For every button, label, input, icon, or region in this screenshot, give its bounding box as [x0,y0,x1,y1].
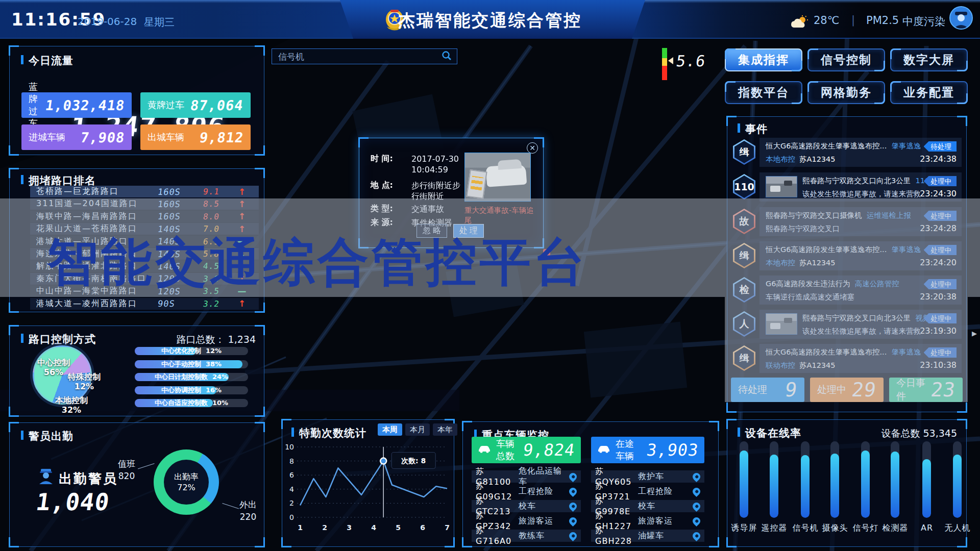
out-note-line [220,503,239,514]
nav-button-4[interactable]: 网格勤务 [807,81,885,104]
summary-value: 9 [783,379,799,401]
device-bar-fill [801,455,810,518]
location-pin-icon[interactable] [691,471,702,482]
event-link[interactable]: 运维巡检上报 [867,211,911,219]
congestion-row[interactable]: 中山中路—海棠中路路口 120S 3.5 — [30,285,259,297]
intersection-name: 海连东路—郁洲南路路口 [30,248,158,259]
tab-本月[interactable]: 本月 [405,423,430,436]
device-bar-track [891,441,899,518]
temperature: 28℃ [814,14,839,27]
gauge-pointer-icon [668,57,673,64]
location-pin-icon[interactable] [691,500,702,511]
pm-level[interactable]: 中度污染 [902,14,945,29]
event-time: 23:24:30 [920,189,957,198]
location-pin-icon[interactable] [568,530,578,541]
flow-card[interactable]: 进城车辆 7,908 [21,124,132,150]
event-thumbnail[interactable] [766,313,797,335]
summary-label: 待处理 [738,383,767,396]
vehicle-type: 危化品运输车 [519,466,569,487]
event-time: 23:20:38 [920,292,957,302]
vehicle-row[interactable]: 苏GBH228 油罐车 [591,530,704,542]
search-input[interactable] [272,52,442,62]
event-badge-人: 人 [733,311,755,337]
summary-label: 今日事件 [896,377,931,403]
special-duty-line-chart: 02468101234567次数: 8 [282,440,450,536]
close-icon[interactable]: ✕ [527,142,538,154]
panel-congestion-rank: 拥堵路口排名 苍梧路—巨龙路路口 160S 9.1 ↑ 311国道—204国道路… [9,168,264,312]
event-badge-110: 110 [733,174,755,199]
tab-本年[interactable]: 本年 [433,423,457,436]
congestion-row[interactable]: 解放中路—通灌北路路口 140S 4.5 — [30,260,259,272]
device-label: 摄像头 [819,523,851,534]
event-row[interactable]: 熙春路与宁双路交叉口向北3公里 视频巡检 该处发生轻微追尾事故，请速来营救 处理… [760,310,962,339]
intersection-name: 港城大道—凌州西路路口 [30,298,158,309]
event-link[interactable]: 肇事逃逸 [892,348,921,356]
flow-card-value: 87,064 [189,97,244,113]
event-link[interactable]: 高速公路管控 [855,280,899,288]
nav-button-3[interactable]: 指数平台 [725,81,802,104]
nav-button-2[interactable]: 数字大屏 [890,48,968,71]
location-pin-icon[interactable] [568,471,578,482]
event-row[interactable]: G6高速路段发生违法行为 高速公路管控 车辆逆行造成高速交通堵塞 处理中 23:… [760,276,962,305]
event-badge-缉: 缉 [733,345,755,371]
event-summary-card: 待处理 9 [731,378,804,402]
congestion-row[interactable]: 港城大道—平山路路口 140S 6.9 — [30,236,259,247]
vehicle-type: 油罐车 [638,531,693,541]
control-bar-label: 中心日计划控制数 24% [135,372,248,382]
congestion-row[interactable]: 苍梧路—巨龙路路口 160S 9.1 ↑ [30,186,259,197]
location-pin-icon[interactable] [691,515,702,526]
scroll-right-arrow[interactable]: ▶ [972,330,977,337]
intersection-name: 花果山大道—苍梧路路口 [30,223,158,234]
handle-button[interactable]: 处理 [453,224,484,238]
congestion-row[interactable]: 311国道—204国道路口 160S 8.5 ↑ [30,198,259,210]
rate-label: 出勤率 [174,472,199,483]
event-row[interactable]: 恒大G6高速路段发生肇事逃逸布控... 肇事逃逸 本地布控苏A12345 待处理… [760,138,962,167]
incident-map-marker[interactable] [543,249,550,256]
vehicle-card-label: 车辆总数 [496,438,518,462]
nav-button-1[interactable]: 信号控制 [807,48,885,71]
intersection-name: 苍梧路—巨龙路路口 [30,186,158,197]
event-link[interactable]: 肇事逃逸 [892,245,921,254]
vehicle-row[interactable]: 苏G716A0 教练车 [472,530,581,542]
popup-place-value: 步行街附近步行街附近 [411,180,467,202]
location-pin-icon[interactable] [691,486,702,496]
summary-label: 处理中 [817,383,846,396]
device-bar-fill [830,454,839,518]
control-bar: 中心优化控制 12% [135,347,248,355]
location-pin-icon[interactable] [568,486,578,496]
flow-card[interactable]: 出城车辆 9,812 [140,124,251,150]
congestion-row[interactable]: 秦东门大街—南极南路路口 120S 3.8 ↑ [30,273,259,285]
vehicle-summary-card: 车辆总数 9,824 [472,437,581,463]
device-bar-track [922,441,931,518]
ignore-button[interactable]: 忽略 [416,224,447,238]
congestion-index: 7.0 [193,224,230,234]
device-bar-fill [770,455,778,518]
congestion-row[interactable]: 花果山大道—苍梧路路口 140S 7.0 ↑ [30,223,259,235]
tab-本周[interactable]: 本周 [378,423,402,436]
congestion-row[interactable]: 海联中路—海昌南路路口 160S 8.0 ↑ [30,211,259,222]
event-thumbnail[interactable] [766,176,797,197]
trend-up-icon: ↑ [229,187,255,197]
event-link[interactable]: 肇事逃逸 [892,142,921,150]
event-status-tag: 处理中 [924,313,957,323]
event-row[interactable]: 恒大G6高速路段发生肇事逃逸布控... 肇事逃逸 本地布控苏A12345 处理中… [760,241,962,270]
flow-card[interactable]: 蓝牌过车 1,032,418 [21,92,132,118]
flow-card[interactable]: 黄牌过车 87,064 [140,92,251,118]
event-row[interactable]: 熙春路与宁双路交叉口向北3公里 110报警 该处发生轻微追尾事故，请速来营救 处… [760,172,962,202]
location-pin-icon[interactable] [568,515,578,526]
location-pin-icon[interactable] [691,530,702,541]
congestion-row[interactable]: 海连东路—郁洲南路路口 140S 5.8 ↓ [30,248,259,260]
location-pin-icon[interactable] [568,500,578,511]
event-status-tag: 处理中 [924,245,957,255]
congestion-row[interactable]: 港城大道—凌州西路路口 90S 3.2 ↑ [30,298,259,310]
attendance-count: 1,040 [34,488,111,516]
nav-button-5[interactable]: 业务配置 [890,81,968,104]
event-row[interactable]: 熙春路与宁双路交叉口摄像机 运维巡检上报 熙春路与宁双路交叉口 处理中 23:2… [760,207,962,236]
search-icon[interactable] [442,51,452,63]
device-bar-track [770,441,778,518]
incident-photo[interactable] [464,153,531,202]
user-avatar[interactable] [949,6,973,30]
nav-button-0[interactable]: 集成指挥 [725,48,802,71]
event-row[interactable]: 恒大G6高速路段发生肇事逃逸布控... 肇事逃逸 联动布控苏A12345 处理中… [760,344,962,373]
device-bar-fill [740,450,748,518]
